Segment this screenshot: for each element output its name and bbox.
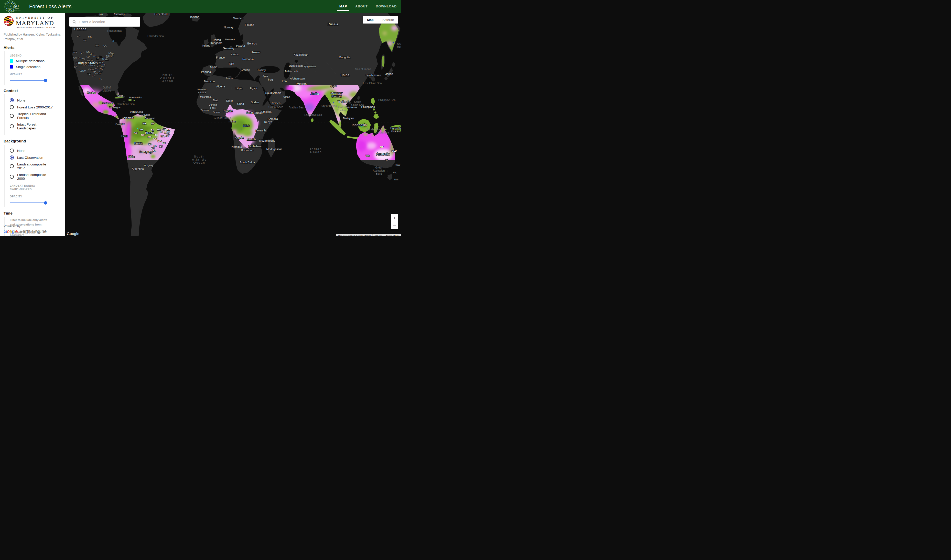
map-label-nsw: NSW	[395, 163, 400, 166]
map-label-ethiopia: Ethiopia	[261, 110, 272, 113]
map-label-fl: FL	[99, 77, 102, 80]
map-label-suriname: Suriname	[145, 117, 155, 119]
map-label-thailand: Thailand	[338, 100, 348, 103]
map-label-es: ES	[162, 142, 165, 144]
map-label-finland: Finland	[245, 23, 254, 26]
map-type-satellite-button[interactable]: Satellite	[378, 16, 398, 23]
map-label-mexico: Mexico	[87, 91, 96, 94]
map-label-cuba: Cuba	[117, 94, 124, 97]
radio-unselected-icon[interactable]	[10, 114, 14, 118]
map-label-libya: Libya	[236, 87, 242, 90]
radio-option-label: Tropical Hinterland Forests	[17, 112, 55, 120]
map-label-wa: WA	[73, 51, 77, 54]
map-label-zimbabwe: Zimbabwe	[249, 145, 262, 148]
radio-selected-icon[interactable]	[10, 98, 14, 102]
radio-unselected-icon[interactable]	[10, 149, 14, 153]
map-canvas[interactable]: ABMBSKONQCNLNBPENSMEWAMTNDMNWIMISDORIDWY…	[65, 13, 401, 236]
map-label-poland: Poland	[236, 45, 245, 48]
map-label-paraguay: Paraguay	[139, 150, 152, 154]
map-label-nepal: Nepal	[330, 85, 337, 88]
radio-option-forest-loss-2000-2017[interactable]: Forest Loss 2000-2017	[10, 105, 55, 109]
map-label-tanzania: Tanzania	[255, 129, 267, 132]
map-label-or: OR	[73, 56, 77, 59]
map-label-uruguay: Uruguay	[144, 164, 153, 167]
terms-of-use-link[interactable]: Terms of Use	[384, 234, 401, 236]
radio-unselected-icon[interactable]	[10, 164, 14, 168]
map-label-iran: Iran	[282, 80, 287, 83]
slider-thumb[interactable]	[44, 79, 47, 82]
map-label-united-states: United States	[77, 62, 98, 65]
map-label-rj: RJ	[159, 145, 162, 148]
map-label-france: France	[216, 56, 225, 59]
publisher-credit: Published by Hansen, Krylov, Tyukavina, …	[3, 32, 62, 42]
radio-unselected-icon[interactable]	[10, 124, 14, 128]
legend-swatch-icon	[10, 59, 13, 63]
background-opacity-slider[interactable]	[10, 201, 47, 205]
radio-option-label: Intact Forest Landscapes	[17, 123, 55, 130]
zoom-out-button[interactable]: −	[391, 222, 398, 229]
earth-engine-label: Earth Engine	[19, 229, 46, 234]
google-letter: e	[15, 229, 18, 234]
map-label-sd: SD	[86, 55, 90, 58]
map-label-kazakhstan: Kazakhstan	[293, 53, 308, 56]
map-label-nm: NM	[82, 69, 86, 72]
zoom-in-button[interactable]: +	[391, 214, 398, 222]
radio-unselected-icon[interactable]	[10, 175, 14, 179]
umd-logo: UNIVERSITY OF MARYLAND DEPARTMENT OF GEO…	[3, 16, 61, 28]
location-search-box[interactable]	[69, 17, 140, 26]
google-letter: g	[12, 229, 15, 234]
map-label-australia: Australia	[376, 152, 390, 156]
radio-option-none[interactable]: None	[10, 149, 55, 153]
map-label-gulf-of-mexico: Gulf ofMexico	[102, 86, 111, 92]
map-label-bolivia: Bolivia	[134, 142, 143, 145]
alerts-opacity-label: OPACITY	[10, 72, 55, 75]
map-label-puerto-rico: Puerto Rico	[129, 96, 142, 99]
map-label-vic: VIC	[393, 171, 397, 174]
map-label-ap: AP	[151, 122, 154, 125]
alerts-opacity-slider[interactable]	[10, 78, 47, 82]
radio-option-last-observation[interactable]: Last Observation	[10, 155, 55, 160]
map-label-wi: WI	[93, 55, 96, 57]
map-label-tas: TAS	[394, 178, 398, 181]
map-label-sea-of-japan: Sea of Japan	[355, 68, 371, 71]
map-label-ghana: Ghana	[213, 111, 220, 114]
map-label-philippine-sea: Philippine Sea	[378, 98, 395, 102]
map-label-gabon: Gabon	[229, 120, 236, 123]
map-label-tunisia: Tunisia	[226, 77, 234, 80]
map-label-la: LA	[92, 74, 95, 77]
map-label-pb: PB	[167, 130, 170, 133]
radio-unselected-icon[interactable]	[10, 105, 14, 109]
radio-option-none[interactable]: None	[10, 98, 55, 102]
map-label-norway: Norway	[224, 26, 233, 29]
radio-option-tropical-hinterland-forests[interactable]: Tropical Hinterland Forests	[10, 112, 55, 120]
map-label-mg: MG	[157, 140, 162, 142]
map-label-belarus: Belarus	[247, 42, 257, 45]
nav-tab-about[interactable]: ABOUT	[355, 3, 368, 10]
radio-option-intact-forest-landscapes[interactable]: Intact Forest Landscapes	[10, 123, 55, 130]
map-label-ms: MS	[148, 143, 152, 146]
map-label-greenland: Greenland	[154, 13, 167, 15]
nav-tab-download[interactable]: DOWNLOAD	[375, 3, 397, 10]
map-label-go: GO	[153, 138, 157, 140]
map-label-india: India	[312, 92, 319, 95]
map-label-china: China	[340, 73, 350, 77]
map-label-se: SE	[165, 134, 168, 137]
radio-option-label: Forest Loss 2000-2017	[17, 105, 53, 109]
map-type-map-button[interactable]: Map	[363, 16, 378, 23]
map-label-madagascar: Madagascar	[266, 148, 282, 151]
map-label-somalia: Somalia	[268, 117, 278, 120]
slider-thumb[interactable]	[44, 201, 47, 205]
map-label-nt: NT	[380, 146, 383, 148]
radio-selected-icon[interactable]	[10, 155, 14, 160]
map-label-spain: Spain	[210, 65, 217, 69]
radio-option-landsat-composite-2017[interactable]: Landsat composite 2017	[10, 162, 55, 170]
map-label-sea-okh: SeaOkh	[397, 42, 401, 49]
nav-tab-map[interactable]: MAP	[339, 3, 347, 10]
radio-option-landsat-composite-2000[interactable]: Landsat composite 2000	[10, 173, 55, 180]
time-heading: Time	[3, 211, 61, 215]
search-input[interactable]	[79, 20, 137, 24]
map-label-id: ID	[78, 57, 80, 60]
map-data-attribution: Map data ©2019 Google, INEGI	[336, 234, 373, 236]
alerts-legend: Multiple detectionsSingle detection	[10, 59, 55, 69]
legend-swatch-icon	[10, 65, 13, 69]
